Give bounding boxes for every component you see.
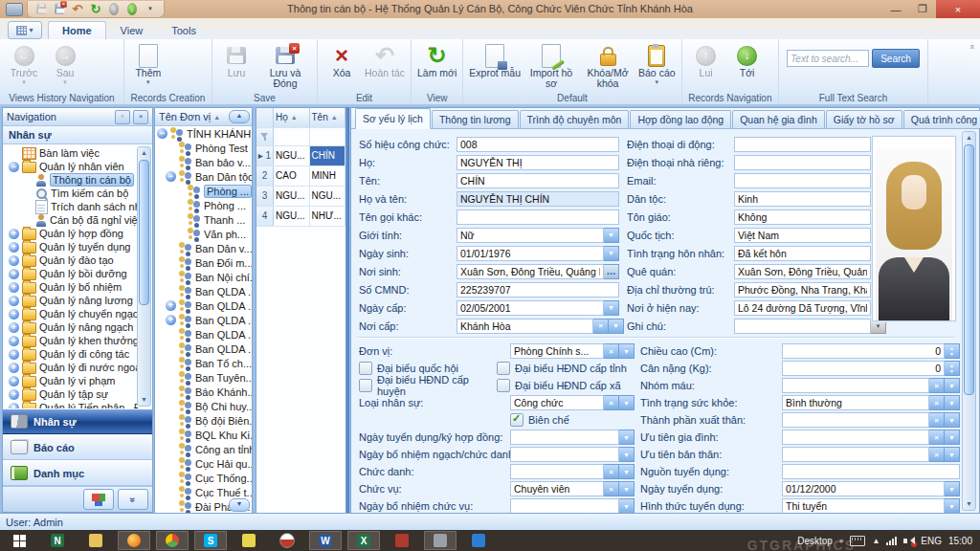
ngay-bo-nhiem-ngach-chuc-danh-nghe-nghiep-input[interactable] <box>510 447 619 462</box>
taskbar-app-word[interactable]: W <box>309 531 342 550</box>
unit-tree-item-tinh-khanh[interactable]: −TỈNH KHÁNH ... <box>155 126 252 141</box>
spinner-button[interactable]: ▲▼ <box>945 361 960 376</box>
search-button[interactable]: Search <box>872 49 920 68</box>
dien-thoai-di-dong-input[interactable] <box>734 137 871 152</box>
expand-minus-icon[interactable]: − <box>157 128 167 139</box>
dropdown-button[interactable]: ▼ <box>945 395 960 410</box>
grid-filter-row[interactable] <box>256 128 345 146</box>
unit-tree-item-ban-dan-toc[interactable]: −Ban Dân tộc <box>155 169 252 184</box>
dropdown-button[interactable]: ▼ <box>619 430 635 445</box>
nav-tree-item-quan-ly-vi-pham[interactable]: +Quản lý vi phạm <box>3 374 152 387</box>
unit-tree-item-ban-dan-v[interactable]: Ban Dân v... <box>155 241 252 255</box>
ribbon-button-toi[interactable]: ↓Tới <box>727 41 768 93</box>
form-tab-quan-he-gia-dinh[interactable]: Quan hệ gia đình <box>732 110 825 128</box>
nav-tree-item-trich-danh-sach-nhan[interactable]: Trích danh sách nhân... <box>3 200 152 213</box>
expand-plus-icon[interactable]: + <box>9 309 19 320</box>
unit-tree-item-phong-test[interactable]: Phòng Test <box>155 141 252 155</box>
unit-tree-item-bo-doi-bien[interactable]: Bộ đội Biên... <box>155 413 252 428</box>
panel-splitter[interactable] <box>345 107 349 513</box>
nav-tree-item-quan-ly-tiep-nhan-dieu[interactable]: +Quản lý Tiếp nhận - Điều... <box>3 401 152 408</box>
taskbar-app-app-green-tile[interactable]: N <box>41 531 74 550</box>
clear-button[interactable]: × <box>929 412 945 428</box>
restore-button[interactable]: ❐ <box>909 0 936 18</box>
taskbar-app-firefox[interactable] <box>118 531 150 550</box>
expand-plus-icon[interactable]: + <box>9 322 19 333</box>
qat-refresh-icon[interactable]: ↻ <box>88 2 103 15</box>
touch-keyboard-icon[interactable] <box>850 536 865 546</box>
ellipsis-button[interactable]: … <box>604 264 619 279</box>
panel-close-button[interactable]: × <box>133 110 148 124</box>
search-input[interactable] <box>787 50 869 67</box>
taskbar-app-chrome[interactable] <box>156 531 189 550</box>
ribbon-button-bao-cao[interactable]: Báo cáo▾ <box>636 41 678 93</box>
taskbar-app-excel[interactable]: X <box>347 531 380 550</box>
email-input[interactable] <box>734 173 871 188</box>
clear-button[interactable]: × <box>604 343 619 359</box>
scroll-up-icon[interactable]: ▲ <box>138 147 150 159</box>
ribbon-button-luu-va-dong[interactable]: ×Lưu và Đóng <box>257 41 313 93</box>
cell-ten[interactable]: MINH <box>310 166 346 186</box>
dropdown-button[interactable]: ▼ <box>604 246 619 261</box>
expand-plus-icon[interactable]: + <box>166 300 176 311</box>
grid-column-header-ho[interactable]: Họ▲ <box>274 108 310 127</box>
filter-cell-ten[interactable] <box>310 128 346 145</box>
ribbon-tab-view[interactable]: View <box>106 21 158 39</box>
nav-tree-item-quan-ly-hop-dong[interactable]: +Quản lý hợp đồng <box>3 227 152 240</box>
checkbox-dai-bieu-hdnd-cap-xa[interactable]: Đại biểu HĐND cấp xã <box>497 379 635 392</box>
nav-tree-scrollbar[interactable]: ▲ ▼ <box>137 146 151 407</box>
noi-cap-input[interactable] <box>457 319 593 334</box>
hinh-thuc-tuyen-dung-input[interactable] <box>782 498 945 514</box>
dropdown-button[interactable]: ▼ <box>945 447 960 462</box>
uu-tien-gia-dinh-input[interactable] <box>782 430 929 445</box>
unit-tree-item-ban-to-ch[interactable]: Ban Tổ ch... <box>155 356 252 370</box>
nav-tree-item-quan-ly-nhan-vien[interactable]: −Quản lý nhân viên <box>3 160 152 173</box>
panel-pin-button[interactable]: ▫ <box>115 110 130 124</box>
expand-plus-icon[interactable]: + <box>9 336 19 346</box>
uu-tien-ban-than-input[interactable] <box>782 447 929 462</box>
qat-prev-record-icon[interactable]: ↑ <box>106 2 122 15</box>
cell-ho[interactable]: NGU... <box>274 187 310 206</box>
unit-tree-item-phong[interactable]: Phòng ... <box>155 184 252 198</box>
taskbar-app-start[interactable] <box>3 531 35 550</box>
desktop-toggle[interactable]: Desktop <box>797 536 833 546</box>
ribbon-button-khoa-mo-khoa[interactable]: Khóa/Mở khóa <box>580 41 635 93</box>
expand-plus-icon[interactable]: + <box>9 389 19 400</box>
form-tab-thong-tin-luong[interactable]: Thông tin lương <box>432 110 519 128</box>
grid-row-2[interactable]: 2CAOMINH <box>256 166 345 187</box>
unit-tree-item-van-ph[interactable]: Văn ph... <box>155 227 252 241</box>
dien-thoai-nha-rieng-input[interactable] <box>734 155 871 170</box>
nav-tree-item-quan-ly-khen-thuong[interactable]: +Quản lý khen thưởng <box>3 334 152 347</box>
dropdown-button[interactable]: ▼ <box>945 498 960 514</box>
volume-muted-icon[interactable] <box>903 537 914 545</box>
dropdown-button[interactable]: ▼ <box>619 498 635 514</box>
filter-cell-ho[interactable] <box>274 128 310 145</box>
ribbon-button-lui[interactable]: ↑Lui <box>686 41 726 93</box>
network-icon[interactable] <box>886 537 897 545</box>
nav-tree-item-thong-tin-can-bo[interactable]: Thông tin cán bộ <box>3 173 152 187</box>
nav-options-button[interactable] <box>83 489 114 510</box>
taskbar-app-skype[interactable]: S <box>194 531 227 550</box>
chuc-danh-input[interactable] <box>510 464 604 479</box>
nav-tree-item-quan-ly-nang-luong[interactable]: +Quản lý nâng lương <box>3 294 152 307</box>
unit-tree-item-cuc-thue-t[interactable]: Cục Thuế t... <box>155 485 252 499</box>
nav-group-button-bao-cao[interactable]: Báo cáo <box>3 434 152 460</box>
ngay-cap-input[interactable] <box>457 300 604 316</box>
clock[interactable]: 15:00 <box>948 536 972 546</box>
expand-plus-icon[interactable]: + <box>9 349 19 360</box>
nav-tree-item-quan-ly-tuyen-dung[interactable]: +Quản lý tuyển dụng <box>3 240 152 253</box>
nav-tree-item-ban-lam-viec[interactable]: Bàn làm việc <box>3 146 152 160</box>
ho-va-ten-input[interactable] <box>457 191 619 207</box>
nav-overflow-button[interactable]: » <box>118 489 148 510</box>
dropdown-button[interactable]: ▼ <box>945 412 960 428</box>
expand-plus-icon[interactable]: + <box>9 282 19 293</box>
unit-tree-item-bql-khu-ki[interactable]: BQL Khu Ki... <box>155 428 252 442</box>
desktop-chevrons-icon[interactable]: » <box>839 537 843 545</box>
expand-plus-icon[interactable]: + <box>9 403 19 409</box>
dropdown-button[interactable]: ▼ <box>619 395 635 410</box>
unit-tree-item-bo-chi-huy[interactable]: Bộ Chi huy... <box>155 399 252 413</box>
ten-goi-khac-input[interactable] <box>457 209 619 225</box>
grid-row-1[interactable]: ▸ 1NGU...CHÍN <box>256 146 345 166</box>
dia-chi-thuong-tru-input[interactable] <box>734 282 871 298</box>
nguon-tuyen-dung-input[interactable] <box>782 464 960 479</box>
ribbon-button-truoc[interactable]: ←Trước▾ <box>4 41 44 93</box>
